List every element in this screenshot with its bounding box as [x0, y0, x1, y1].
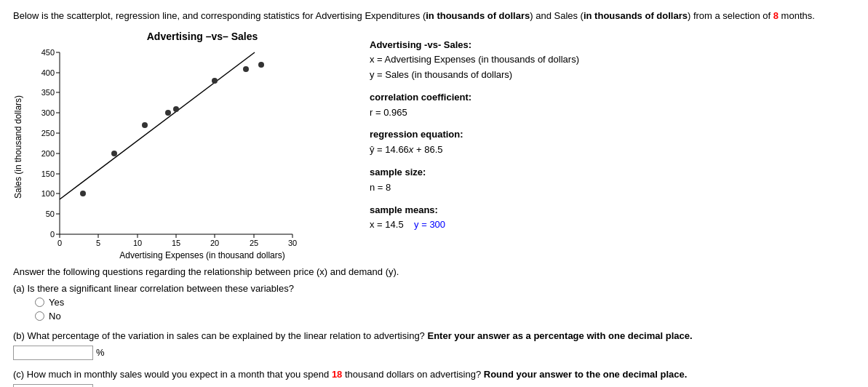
svg-text:350: 350 — [41, 88, 55, 97]
chart-with-axes: 0 5 10 15 20 25 30 — [31, 45, 300, 249]
svg-text:5: 5 — [96, 239, 100, 247]
intro-bold2: in thousands of dollars — [584, 10, 688, 21]
question-b-text-before: (b) What percentage of the variation in … — [13, 330, 425, 341]
data-point-4 — [165, 110, 171, 116]
chart-info-row: Advertising –vs– Sales Sales (in thousan… — [13, 31, 855, 260]
radio-yes-input[interactable] — [35, 298, 44, 307]
sample-size-value: n = 8 — [370, 180, 579, 196]
chart-inner: Sales (in thousand dollars) 0 5 — [13, 45, 348, 249]
data-point-5 — [173, 106, 179, 112]
regression-eq-text: ŷ = 14.66x + 86.5 — [370, 144, 442, 155]
intro-paragraph: Below is the scatterplot, regression lin… — [13, 9, 855, 23]
radio-no[interactable]: No — [35, 311, 855, 322]
info-x-desc: x = Advertising Expenses (in thousands o… — [370, 52, 579, 68]
chart-title: Advertising –vs– Sales — [57, 31, 348, 42]
radio-no-label: No — [49, 311, 61, 322]
svg-text:20: 20 — [210, 239, 219, 247]
sample-means-y: y = 300 — [414, 219, 445, 230]
x-axis-label: Advertising Expenses (in thousand dollar… — [57, 250, 348, 260]
question-b-bold: Enter your answer as a percentage with o… — [427, 330, 692, 341]
svg-text:25: 25 — [250, 239, 258, 247]
question-c-highlight: 18 — [332, 369, 342, 380]
question-b-unit: % — [96, 347, 105, 358]
question-b-text: (b) What percentage of the variation in … — [13, 330, 855, 341]
intro-bold1: in thousands of dollars — [426, 10, 530, 21]
sample-size-label: sample size: — [370, 165, 579, 180]
intro-text-end: months. — [779, 10, 815, 21]
y-axis-label: Sales (in thousand dollars) — [13, 52, 28, 242]
svg-text:30: 30 — [288, 239, 297, 247]
data-point-3 — [142, 122, 148, 128]
data-point-1 — [80, 191, 86, 196]
svg-text:150: 150 — [41, 169, 55, 178]
question-c: (c) How much in monthly sales would you … — [13, 369, 855, 388]
info-panel: Advertising -vs- Sales: x = Advertising … — [370, 31, 579, 234]
sample-means-values: x = 14.5 y = 300 — [370, 218, 579, 233]
svg-text:400: 400 — [41, 68, 55, 77]
question-a: (a) Is there a significant linear correl… — [13, 283, 855, 322]
svg-text:0: 0 — [57, 239, 62, 247]
svg-text:100: 100 — [41, 189, 55, 198]
intro-text-after: ) from a selection of — [688, 10, 773, 21]
questions-preamble: Answer the following questions regarding… — [13, 266, 855, 277]
intro-text-before: Below is the scatterplot, regression lin… — [13, 10, 426, 21]
regression-label: regression equation: — [370, 127, 579, 143]
correlation-label: correlation coefficient: — [370, 90, 579, 105]
data-point-8 — [258, 62, 264, 68]
question-b: (b) What percentage of the variation in … — [13, 330, 855, 360]
info-title: Advertising -vs- Sales: — [370, 38, 579, 53]
svg-line-36 — [60, 52, 255, 199]
intro-text-mid1: ) and Sales ( — [530, 10, 584, 21]
radio-yes[interactable]: Yes — [35, 297, 855, 308]
data-point-7 — [243, 66, 249, 72]
radio-no-input[interactable] — [35, 311, 44, 321]
svg-text:450: 450 — [41, 48, 55, 57]
radio-yes-label: Yes — [49, 297, 64, 308]
svg-text:200: 200 — [41, 149, 55, 158]
question-b-input[interactable] — [13, 346, 93, 360]
regression-eq: ŷ = 14.66x + 86.5 — [370, 143, 579, 158]
info-y-desc: y = Sales (in thousands of dollars) — [370, 68, 579, 83]
sample-means-label: sample means: — [370, 203, 579, 218]
question-c-input[interactable] — [13, 384, 93, 388]
question-c-input-row: thousand dollars — [13, 384, 855, 388]
chart-area: Advertising –vs– Sales Sales (in thousan… — [13, 31, 348, 260]
question-c-text-before: (c) How much in monthly sales would you … — [13, 369, 332, 380]
svg-text:10: 10 — [133, 239, 142, 247]
data-point-6 — [212, 78, 218, 84]
questions-section: Answer the following questions regarding… — [13, 266, 855, 388]
data-point-2 — [111, 151, 117, 156]
scatter-plot: 0 5 10 15 20 25 30 — [31, 45, 300, 249]
question-c-text-after: thousand dollars on advertising? — [342, 369, 481, 380]
question-c-bold: Round your answer to the one decimal pla… — [484, 369, 688, 380]
question-b-input-row: % — [13, 346, 855, 360]
svg-text:15: 15 — [172, 239, 180, 247]
svg-text:300: 300 — [41, 108, 55, 117]
svg-text:250: 250 — [41, 129, 55, 137]
question-a-options: Yes No — [35, 297, 855, 322]
intro-highlight-num: 8 — [773, 10, 779, 21]
sample-means-x: x = 14.5 — [370, 219, 404, 230]
svg-text:50: 50 — [46, 210, 55, 218]
correlation-value: r = 0.965 — [370, 105, 579, 121]
svg-text:0: 0 — [50, 230, 55, 239]
question-a-text: (a) Is there a significant linear correl… — [13, 283, 855, 294]
question-c-text: (c) How much in monthly sales would you … — [13, 369, 855, 380]
